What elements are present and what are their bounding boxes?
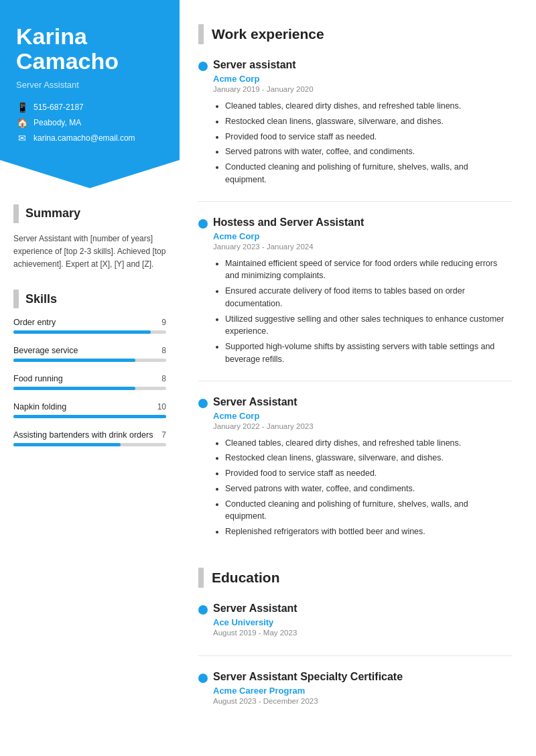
skill-bar-fill bbox=[13, 330, 151, 334]
job-bullets: Maintained efficient speed of service fo… bbox=[213, 257, 512, 366]
job-dot bbox=[198, 399, 208, 408]
bullet-item: Conducted cleaning and polishing of furn… bbox=[225, 161, 512, 186]
summary-title-bar bbox=[13, 204, 19, 223]
summary-text: Server Assistant with [number of years] … bbox=[13, 233, 166, 271]
job-entry: Server Assistant Acme Corp January 2022 … bbox=[198, 396, 512, 553]
candidate-name: Karina Camacho bbox=[16, 24, 163, 74]
skill-score: 10 bbox=[157, 402, 166, 412]
skill-bar-background bbox=[13, 359, 166, 362]
job-dot bbox=[198, 219, 208, 229]
job-dates: January 2019 - January 2020 bbox=[213, 85, 512, 93]
skills-section: Skills Order entry 9 Beverage service 8 … bbox=[13, 290, 166, 446]
skill-bar-fill bbox=[13, 415, 166, 418]
job-entry: Server assistant Acme Corp January 2019 … bbox=[198, 59, 512, 202]
education-list: Server Assistant Ace University August 2… bbox=[198, 603, 512, 724]
bullet-item: Restocked clean linens, glassware, silve… bbox=[225, 452, 512, 464]
job-company: Acme Corp bbox=[213, 231, 512, 241]
bullet-item: Ensured accurate delivery of food items … bbox=[225, 285, 512, 310]
edu-content: Server Assistant Specialty Certificate A… bbox=[213, 671, 512, 712]
skill-name: Napkin folding bbox=[13, 402, 66, 412]
job-company: Acme Corp bbox=[213, 74, 512, 84]
sidebar-body: Summary Server Assistant with [number of… bbox=[0, 188, 180, 756]
skill-header: Napkin folding 10 bbox=[13, 402, 166, 412]
edu-institution: Acme Career Program bbox=[213, 686, 512, 696]
skills-list: Order entry 9 Beverage service 8 Food ru… bbox=[13, 318, 166, 446]
email-icon: ✉ bbox=[16, 133, 28, 143]
contact-email: ✉ karina.camacho@email.com bbox=[16, 133, 163, 143]
summary-heading: Summary bbox=[25, 206, 80, 220]
summary-section-title: Summary bbox=[13, 204, 166, 223]
edu-dot bbox=[198, 605, 208, 615]
location-icon: 🏠 bbox=[16, 117, 28, 128]
sidebar: Karina Camacho Server Assistant 📱 515-68… bbox=[0, 0, 180, 756]
job-title: Hostess and Server Assistant bbox=[213, 216, 512, 229]
bullet-item: Cleaned tables, cleared dirty dishes, an… bbox=[225, 100, 512, 113]
edu-content: Server Assistant Ace University August 2… bbox=[213, 603, 512, 643]
job-entry: Hostess and Server Assistant Acme Corp J… bbox=[198, 216, 512, 381]
bullet-item: Replenished refrigerators with bottled b… bbox=[225, 525, 512, 538]
job-dot-column bbox=[198, 396, 213, 541]
bullet-item: Provided food to service staff as needed… bbox=[225, 131, 512, 143]
skill-header: Food running 8 bbox=[13, 374, 166, 383]
job-title: Server assistant bbox=[213, 59, 512, 71]
bullet-item: Served patrons with water, coffee, and c… bbox=[225, 145, 512, 158]
work-title-bar bbox=[198, 24, 204, 44]
edu-dot bbox=[198, 674, 208, 683]
resume-container: Karina Camacho Server Assistant 📱 515-68… bbox=[0, 0, 536, 756]
skills-heading: Skills bbox=[25, 292, 57, 306]
edu-dates: August 2023 - December 2023 bbox=[213, 697, 512, 705]
job-title: Server Assistant bbox=[213, 396, 512, 408]
skill-header: Order entry 9 bbox=[13, 318, 166, 327]
skills-title-bar bbox=[13, 290, 19, 308]
bullet-item: Cleaned tables, cleared dirty dishes, an… bbox=[225, 437, 512, 450]
job-content: Server assistant Acme Corp January 2019 … bbox=[213, 59, 512, 189]
phone-icon: 📱 bbox=[16, 102, 28, 113]
email-text: karina.camacho@email.com bbox=[34, 133, 135, 143]
skill-bar-fill bbox=[13, 387, 135, 390]
skill-item: Beverage service 8 bbox=[13, 346, 166, 362]
edu-dot-column bbox=[198, 671, 213, 712]
bullet-item: Maintained efficient speed of service fo… bbox=[225, 257, 512, 283]
skill-bar-background bbox=[13, 415, 166, 418]
candidate-title: Server Assistant bbox=[16, 80, 163, 90]
job-dot-column bbox=[198, 216, 213, 369]
skill-score: 8 bbox=[161, 374, 166, 383]
contact-location: 🏠 Peabody, MA bbox=[16, 117, 163, 128]
education-section: Education Server Assistant Ace Universit… bbox=[198, 568, 512, 724]
skill-name: Beverage service bbox=[13, 346, 78, 355]
job-dot-column bbox=[198, 59, 213, 189]
jobs-list: Server assistant Acme Corp January 2019 … bbox=[198, 59, 512, 553]
skill-score: 8 bbox=[161, 346, 166, 355]
skills-section-title: Skills bbox=[13, 290, 166, 308]
bullet-item: Conducted cleaning and polishing of furn… bbox=[225, 498, 512, 523]
skill-bar-background bbox=[13, 443, 166, 446]
education-section-title: Education bbox=[198, 568, 512, 588]
education-entry: Server Assistant Ace University August 2… bbox=[198, 603, 512, 656]
skill-name: Food running bbox=[13, 374, 63, 383]
job-bullets: Cleaned tables, cleared dirty dishes, an… bbox=[213, 100, 512, 186]
skill-score: 9 bbox=[161, 318, 166, 327]
phone-text: 515-687-2187 bbox=[34, 103, 84, 112]
work-experience-heading: Work experience bbox=[212, 26, 324, 42]
education-title-bar bbox=[198, 568, 204, 588]
job-dot bbox=[198, 62, 208, 71]
bullet-item: Restocked clean linens, glassware, silve… bbox=[225, 115, 512, 128]
skill-bar-fill bbox=[13, 443, 121, 446]
skill-name: Order entry bbox=[13, 318, 56, 327]
skill-header: Assisting bartenders with drink orders 7 bbox=[13, 430, 166, 440]
job-dates: January 2023 - January 2024 bbox=[213, 243, 512, 251]
main-content: Work experience Server assistant Acme Co… bbox=[180, 0, 536, 756]
job-bullets: Cleaned tables, cleared dirty dishes, an… bbox=[213, 437, 512, 538]
job-content: Hostess and Server Assistant Acme Corp J… bbox=[213, 216, 512, 369]
skill-item: Order entry 9 bbox=[13, 318, 166, 334]
skill-header: Beverage service 8 bbox=[13, 346, 166, 355]
skill-score: 7 bbox=[161, 430, 166, 440]
skill-item: Assisting bartenders with drink orders 7 bbox=[13, 430, 166, 446]
edu-degree-title: Server Assistant bbox=[213, 603, 512, 615]
education-entry: Server Assistant Specialty Certificate A… bbox=[198, 671, 512, 724]
skill-bar-background bbox=[13, 330, 166, 334]
contact-list: 📱 515-687-2187 🏠 Peabody, MA ✉ karina.ca… bbox=[16, 102, 163, 143]
bullet-item: Served patrons with water, coffee, and c… bbox=[225, 483, 512, 495]
skill-item: Napkin folding 10 bbox=[13, 402, 166, 418]
job-dates: January 2022 - January 2023 bbox=[213, 422, 512, 430]
